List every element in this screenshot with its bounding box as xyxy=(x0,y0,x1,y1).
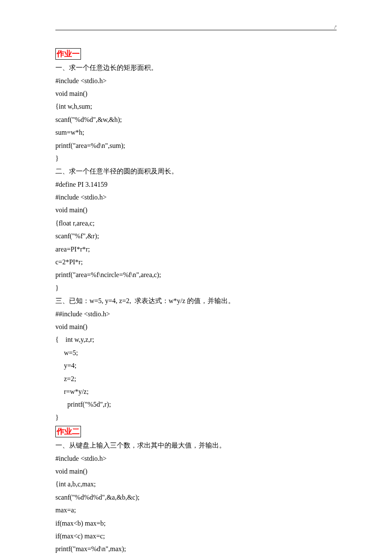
s1-q1-code-line: #include <stdio.h> xyxy=(55,75,337,87)
s1-q1-code-line: printf("area=%d\n",sum); xyxy=(55,139,337,152)
section-heading-1: 作业一 xyxy=(55,48,81,60)
s2-q1-code-line: if(max<b) max=b; xyxy=(55,517,337,530)
section-heading-2: 作业二 xyxy=(55,426,81,437)
s1-q3-code-line: { int w,y,z,r; xyxy=(55,333,337,346)
s1-q3-code-line: printf("%5d",r); xyxy=(55,398,337,411)
s2-q1-code-line: if(max<c) max=c; xyxy=(55,530,337,543)
s1-q1-code-line: } xyxy=(55,152,337,165)
s1-q3-code-line: void main() xyxy=(55,321,337,333)
s1-q2-title: 二、求一个任意半径的圆的面积及周长。 xyxy=(55,165,337,178)
s1-q3-code-line: y=4; xyxy=(55,359,337,372)
s1-q2-code-line: #include <stdio.h> xyxy=(55,191,337,204)
s1-q2-code-line: printf("area=%f\ncircle=%f\n",area,c); xyxy=(55,269,337,281)
s2-q1-code-line: #include <stdio.h> xyxy=(55,452,337,465)
s1-q3-code-line: w=5; xyxy=(55,347,337,359)
s1-q3-code-line: z=2; xyxy=(55,373,337,385)
s1-q2-code-line: c=2*PI*r; xyxy=(55,256,337,269)
s1-q2-code-line: area=PI*r*r; xyxy=(55,243,337,256)
s1-q2-code-line: scanf("%f",&r); xyxy=(55,230,337,243)
s1-q3-code-line: } xyxy=(55,411,337,424)
top-horizontal-rule: /' xyxy=(55,30,337,30)
s1-q2-code-line: {float r,area,c; xyxy=(55,217,337,230)
s1-q1-code-line: scanf("%d%d",&w,&h); xyxy=(55,113,337,126)
s1-q1-code-line: {int w,h,sum; xyxy=(55,100,337,113)
s1-q1-code-line: sum=w*h; xyxy=(55,126,337,139)
s2-q1-code-line: {int a,b,c,max; xyxy=(55,478,337,491)
s1-q2-code-line: void main() xyxy=(55,204,337,217)
s1-q2-code-line: } xyxy=(55,282,337,295)
document-page: /' 作业一 一、求一个任意边长的矩形面积。 #include <stdio.h… xyxy=(0,0,392,555)
s2-q1-code-line: printf("max=%d\n",max); xyxy=(55,543,337,555)
s1-q2-code-line: #define PI 3.14159 xyxy=(55,178,337,191)
s2-q1-title: 一、从键盘上输入三个数，求出其中的最大值，并输出。 xyxy=(55,439,337,452)
top-right-note: /' xyxy=(334,23,337,32)
s1-q1-code-line: void main() xyxy=(55,87,337,100)
s1-q3-code-line: r=w*y/z; xyxy=(55,385,337,398)
s1-q3-code-line: ##include <stdio.h> xyxy=(55,308,337,321)
s1-q1-title: 一、求一个任意边长的矩形面积。 xyxy=(55,61,337,74)
s2-q1-code-line: void main() xyxy=(55,465,337,478)
s1-q3-title: 三、已知：w=5, y=4, z=2, 求表达式：w*y/z 的值，并输出。 xyxy=(55,295,337,307)
s2-q1-code-line: max=a; xyxy=(55,504,337,517)
s2-q1-code-line: scanf("%d%d%d",&a,&b,&c); xyxy=(55,491,337,504)
